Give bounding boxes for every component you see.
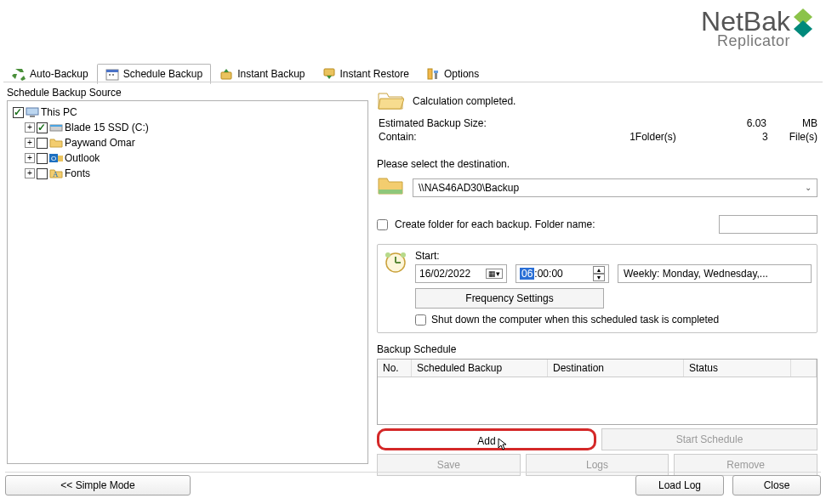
expander-icon[interactable]: + bbox=[25, 122, 35, 133]
logs-button[interactable]: Logs bbox=[526, 454, 669, 476]
restore-arrow-icon bbox=[322, 67, 336, 81]
svg-rect-17 bbox=[58, 156, 63, 161]
start-label: Start: bbox=[415, 250, 812, 262]
tree-label: Blade 15 SSD (C:) bbox=[65, 122, 149, 133]
destination-select[interactable]: \\NAS46AD30\Backup ⌄ bbox=[413, 178, 817, 197]
table-header: No. Scheduled Backup Destination Status bbox=[378, 360, 817, 377]
load-log-button[interactable]: Load Log bbox=[635, 475, 724, 496]
svg-marker-1 bbox=[794, 20, 812, 37]
time-picker[interactable]: 06:00:00 ▲▼ bbox=[516, 264, 609, 283]
tree-row-user[interactable]: + Paywand Omar bbox=[9, 135, 366, 150]
create-folder-label: Create folder for each backup. Folder na… bbox=[395, 218, 595, 230]
shutdown-label: Shut down the computer when this schedul… bbox=[431, 314, 719, 326]
svg-rect-6 bbox=[221, 72, 231, 79]
calendar-icon bbox=[105, 67, 119, 81]
est-size-label: Estimated Backup Size: bbox=[379, 117, 532, 129]
shutdown-checkbox[interactable] bbox=[415, 314, 426, 326]
source-tree[interactable]: This PC + Blade 15 SSD (C:) + Paywand Om… bbox=[7, 100, 368, 464]
add-button[interactable]: Add bbox=[377, 428, 596, 450]
tree-label: Outlook bbox=[65, 152, 100, 164]
expander-icon[interactable]: + bbox=[25, 168, 35, 178]
expander-icon[interactable]: + bbox=[25, 138, 35, 148]
date-value: 16/02/2022 bbox=[419, 268, 470, 280]
calendar-dropdown-icon[interactable]: ▦▾ bbox=[486, 269, 503, 279]
logo-diamond-icon bbox=[794, 8, 812, 41]
schedule-settings: Start: 16/02/2022 ▦▾ 06:00:00 ▲▼ Weekly:… bbox=[377, 244, 817, 333]
tab-auto-label: Auto-Backup bbox=[30, 68, 88, 80]
outlook-icon: O bbox=[49, 151, 63, 165]
date-picker[interactable]: 16/02/2022 ▦▾ bbox=[415, 264, 507, 283]
add-label: Add bbox=[477, 435, 495, 447]
fonts-icon: A bbox=[49, 167, 63, 180]
expander-icon[interactable]: + bbox=[25, 153, 35, 163]
files-unit: File(s) bbox=[768, 131, 817, 143]
tab-instant-restore-label: Instant Restore bbox=[340, 68, 409, 80]
details-panel: Calculation completed. Estimated Backup … bbox=[377, 87, 817, 467]
folders-unit: Folder(s) bbox=[635, 131, 685, 143]
schedule-table[interactable]: No. Scheduled Backup Destination Status bbox=[377, 359, 817, 425]
tab-instant-backup-label: Instant Backup bbox=[237, 68, 305, 80]
chevron-down-icon: ⌄ bbox=[805, 183, 812, 192]
contain-label: Contain: bbox=[379, 131, 527, 143]
checkbox-thispc[interactable] bbox=[13, 107, 24, 118]
tree-label: Paywand Omar bbox=[65, 137, 135, 149]
remove-button[interactable]: Remove bbox=[674, 454, 817, 476]
tree-row-thispc[interactable]: This PC bbox=[9, 105, 366, 120]
cursor-icon bbox=[498, 438, 510, 458]
svg-rect-14 bbox=[50, 125, 62, 127]
checkbox-fonts[interactable] bbox=[37, 168, 48, 179]
source-title: Schedule Backup Source bbox=[7, 87, 368, 99]
svg-rect-4 bbox=[109, 74, 111, 76]
spin-up-icon[interactable]: ▲ bbox=[593, 266, 605, 274]
frequency-display[interactable]: Weekly: Monday, Wednesday,... bbox=[618, 264, 812, 283]
svg-rect-10 bbox=[435, 73, 437, 79]
col-destination[interactable]: Destination bbox=[548, 360, 684, 377]
folder-name-input[interactable] bbox=[719, 215, 817, 234]
start-schedule-button[interactable]: Start Schedule bbox=[601, 428, 817, 450]
svg-rect-5 bbox=[112, 74, 114, 76]
dest-folder-icon bbox=[377, 175, 404, 200]
drive-icon bbox=[49, 121, 63, 134]
svg-text:A: A bbox=[53, 170, 59, 178]
col-status[interactable]: Status bbox=[684, 360, 791, 377]
svg-text:O: O bbox=[51, 155, 56, 162]
close-button[interactable]: Close bbox=[732, 475, 821, 496]
app-root: NetBak Replicator Auto-Backup Schedule B… bbox=[0, 0, 826, 504]
tree-label: This PC bbox=[41, 106, 77, 118]
frequency-settings-button[interactable]: Frequency Settings bbox=[415, 288, 604, 309]
checkbox-outlook[interactable] bbox=[37, 153, 48, 164]
create-folder-checkbox[interactable] bbox=[377, 219, 388, 230]
folder-icon bbox=[49, 136, 63, 150]
calc-status: Calculation completed. bbox=[413, 95, 516, 107]
svg-rect-12 bbox=[30, 116, 35, 117]
destination-path: \\NAS46AD30\Backup bbox=[419, 182, 519, 194]
folder-open-icon bbox=[377, 88, 404, 115]
col-scheduled[interactable]: Scheduled Backup bbox=[412, 360, 548, 377]
time-spinner[interactable]: ▲▼ bbox=[593, 266, 605, 281]
svg-point-24 bbox=[401, 252, 406, 258]
svg-rect-9 bbox=[434, 71, 438, 73]
checkbox-user[interactable] bbox=[37, 138, 48, 149]
simple-mode-button[interactable]: << Simple Mode bbox=[5, 475, 191, 496]
tree-row-fonts[interactable]: + A Fonts bbox=[9, 166, 366, 181]
svg-rect-7 bbox=[324, 69, 334, 76]
schedule-table-title: Backup Schedule bbox=[377, 343, 817, 355]
checkbox-drive[interactable] bbox=[37, 122, 48, 133]
bottom-divider bbox=[5, 472, 821, 473]
col-no[interactable]: No. bbox=[378, 360, 412, 377]
est-size-unit: MB bbox=[766, 117, 817, 129]
files-count: 3 bbox=[685, 131, 767, 143]
svg-rect-3 bbox=[106, 70, 118, 72]
tree-row-drive[interactable]: + Blade 15 SSD (C:) bbox=[9, 120, 366, 135]
backup-arrow-icon bbox=[219, 67, 233, 81]
tools-icon bbox=[426, 67, 440, 81]
folders-count: 1 bbox=[527, 131, 635, 143]
spin-down-icon[interactable]: ▼ bbox=[593, 274, 605, 281]
svg-rect-11 bbox=[26, 108, 38, 115]
est-size-value: 6.03 bbox=[681, 117, 766, 129]
app-logo: NetBak Replicator bbox=[701, 8, 812, 48]
tab-options-label: Options bbox=[444, 68, 479, 80]
tree-row-outlook[interactable]: + O Outlook bbox=[9, 150, 366, 166]
svg-rect-19 bbox=[379, 190, 402, 194]
recycle-icon bbox=[12, 67, 26, 81]
